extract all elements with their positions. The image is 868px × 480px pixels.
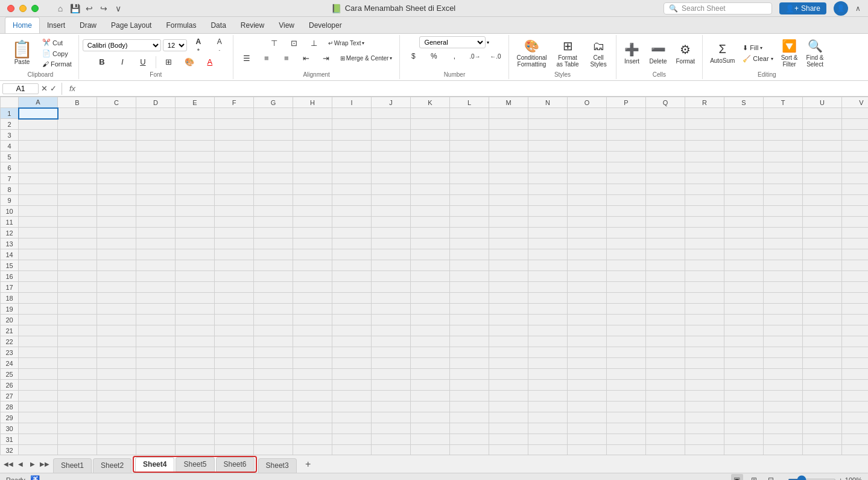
confirm-formula-icon[interactable]: ✓	[50, 84, 57, 93]
cell-Q6[interactable]	[646, 162, 685, 173]
cut-button[interactable]: ✂️ Cut	[39, 37, 75, 48]
tab-developer[interactable]: Developer	[302, 17, 349, 33]
cell-L1[interactable]	[450, 108, 489, 119]
cell-S11[interactable]	[724, 217, 764, 228]
cell-N30[interactable]	[528, 423, 568, 434]
cell-N19[interactable]	[528, 304, 568, 315]
cell-N4[interactable]	[528, 141, 568, 152]
cell-E5[interactable]	[176, 152, 215, 162]
cell-J14[interactable]	[372, 249, 411, 260]
cell-L26[interactable]	[450, 380, 489, 391]
cell-A4[interactable]	[19, 141, 58, 152]
cell-H20[interactable]	[293, 315, 332, 325]
cell-N32[interactable]	[528, 445, 568, 455]
row-header-28[interactable]: 28	[1, 402, 19, 412]
cell-G26[interactable]	[254, 380, 293, 391]
cell-A9[interactable]	[19, 195, 58, 206]
cell-G25[interactable]	[254, 369, 293, 380]
cell-R1[interactable]	[685, 108, 724, 119]
zoom-out-button[interactable]: −	[782, 476, 785, 481]
cell-S7[interactable]	[724, 173, 764, 184]
cell-V10[interactable]	[842, 206, 869, 217]
cell-P7[interactable]	[607, 173, 646, 184]
cell-S22[interactable]	[724, 336, 764, 347]
sheet-tab-sheet5[interactable]: Sheet5	[176, 457, 214, 472]
cell-S1[interactable]	[724, 108, 764, 119]
cell-T16[interactable]	[764, 271, 803, 282]
cell-P13[interactable]	[607, 238, 646, 249]
cell-Q12[interactable]	[646, 228, 685, 238]
cell-G8[interactable]	[254, 184, 293, 195]
cell-A15[interactable]	[19, 260, 58, 271]
cell-U11[interactable]	[803, 217, 842, 228]
cell-N15[interactable]	[528, 260, 568, 271]
cell-T12[interactable]	[764, 228, 803, 238]
cell-C15[interactable]	[97, 260, 136, 271]
tab-formulas[interactable]: Formulas	[159, 17, 203, 33]
cell-K25[interactable]	[411, 369, 450, 380]
cell-T17[interactable]	[764, 282, 803, 293]
comma-button[interactable]: ,	[445, 50, 464, 63]
cell-E16[interactable]	[176, 271, 215, 282]
cell-M32[interactable]	[489, 445, 528, 455]
align-center-button[interactable]: ≡	[257, 51, 276, 65]
cell-I5[interactable]	[332, 152, 372, 162]
cell-F1[interactable]	[215, 108, 254, 119]
cell-J23[interactable]	[372, 347, 411, 358]
format-as-table-button[interactable]: ⊞ Format as Table	[553, 36, 582, 70]
cell-O14[interactable]	[568, 249, 607, 260]
cell-A14[interactable]	[19, 249, 58, 260]
cell-R24[interactable]	[685, 358, 724, 369]
cell-M22[interactable]	[489, 336, 528, 347]
cell-L22[interactable]	[450, 336, 489, 347]
cell-U7[interactable]	[803, 173, 842, 184]
cell-Q14[interactable]	[646, 249, 685, 260]
cell-M10[interactable]	[489, 206, 528, 217]
fill-button[interactable]: ⬇ Fill ▾	[740, 43, 776, 53]
cell-P21[interactable]	[607, 325, 646, 336]
cell-I24[interactable]	[332, 358, 372, 369]
cell-V14[interactable]	[842, 249, 869, 260]
cell-B18[interactable]	[58, 293, 97, 304]
cell-T28[interactable]	[764, 402, 803, 412]
cell-Q32[interactable]	[646, 445, 685, 455]
cell-F30[interactable]	[215, 423, 254, 434]
cell-A30[interactable]	[19, 423, 58, 434]
delete-button[interactable]: ➖ Delete	[646, 37, 671, 69]
cell-L20[interactable]	[450, 315, 489, 325]
cell-T2[interactable]	[764, 119, 803, 130]
cell-S16[interactable]	[724, 271, 764, 282]
cell-F5[interactable]	[215, 152, 254, 162]
cell-E23[interactable]	[176, 347, 215, 358]
cell-I6[interactable]	[332, 162, 372, 173]
cell-V20[interactable]	[842, 315, 869, 325]
cell-L6[interactable]	[450, 162, 489, 173]
cell-L5[interactable]	[450, 152, 489, 162]
cell-S8[interactable]	[724, 184, 764, 195]
cell-I13[interactable]	[332, 238, 372, 249]
cell-O30[interactable]	[568, 423, 607, 434]
cell-C6[interactable]	[97, 162, 136, 173]
cell-H11[interactable]	[293, 217, 332, 228]
cell-L15[interactable]	[450, 260, 489, 271]
cell-S17[interactable]	[724, 282, 764, 293]
row-header-29[interactable]: 29	[1, 412, 19, 423]
cell-H2[interactable]	[293, 119, 332, 130]
col-header-N[interactable]: N	[528, 97, 568, 108]
cell-S9[interactable]	[724, 195, 764, 206]
cell-I22[interactable]	[332, 336, 372, 347]
cell-K27[interactable]	[411, 391, 450, 402]
cell-U24[interactable]	[803, 358, 842, 369]
cell-Q26[interactable]	[646, 380, 685, 391]
cell-U30[interactable]	[803, 423, 842, 434]
cell-L14[interactable]	[450, 249, 489, 260]
cell-S6[interactable]	[724, 162, 764, 173]
cell-C20[interactable]	[97, 315, 136, 325]
cell-M11[interactable]	[489, 217, 528, 228]
cell-L28[interactable]	[450, 402, 489, 412]
cell-F15[interactable]	[215, 260, 254, 271]
cell-O21[interactable]	[568, 325, 607, 336]
cell-U4[interactable]	[803, 141, 842, 152]
cell-V25[interactable]	[842, 369, 869, 380]
cell-O32[interactable]	[568, 445, 607, 455]
